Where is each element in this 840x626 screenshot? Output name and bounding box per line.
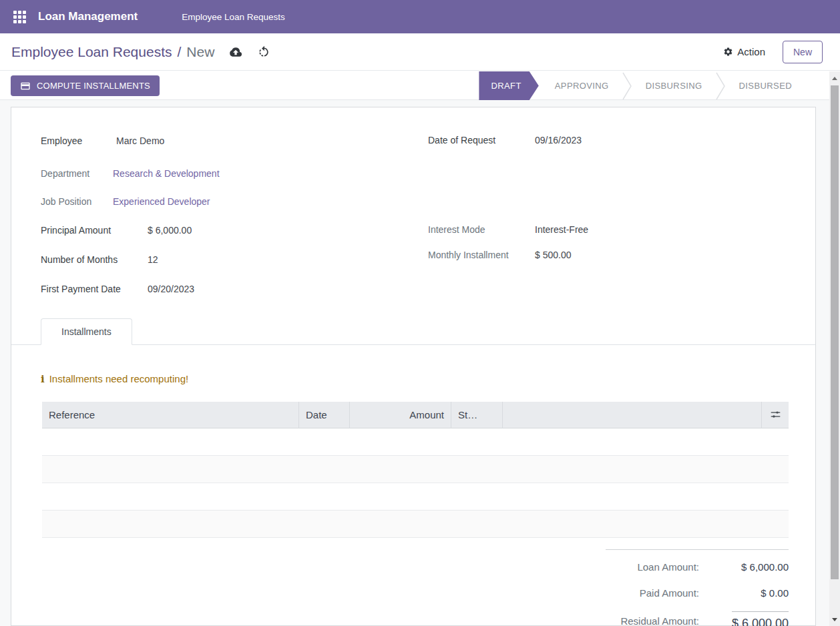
total-residual-amount: Residual Amount: $ 6,000.00 [606, 606, 789, 626]
statusbar: DRAFT APPROVING DISBURSING DISBURSED [479, 71, 805, 100]
field-employee-label: Employee [41, 135, 114, 146]
discard-undo-icon[interactable] [257, 45, 270, 59]
field-department-label: Department [41, 168, 114, 179]
field-monthly-installment-value: $ 500.00 [535, 250, 572, 260]
compute-installments-label: COMPUTE INSTALLMENTS [37, 81, 150, 91]
app-title[interactable]: Loan Management [38, 10, 138, 23]
scroll-up-arrow[interactable] [829, 73, 840, 83]
field-number-of-months: Number of Months 12 [41, 254, 158, 265]
save-cloud-upload-icon[interactable] [229, 45, 242, 59]
column-header-reference[interactable]: Reference [42, 402, 299, 428]
field-job-position-label: Job Position [41, 196, 114, 207]
field-principal-amount-label: Principal Amount [41, 225, 148, 236]
breadcrumb-current: New [186, 44, 214, 60]
field-number-of-months-input[interactable]: 12 [148, 254, 158, 265]
field-date-of-request-input[interactable]: 09/16/2023 [535, 135, 582, 145]
apps-grid-icon[interactable] [13, 11, 26, 23]
control-panel-right: Action New [723, 41, 823, 63]
breadcrumb: Employee Loan Requests / New [11, 44, 214, 60]
column-header-amount[interactable]: Amount [350, 402, 451, 428]
field-first-payment-date-label: First Payment Date [41, 284, 148, 294]
scrollbar-thumb[interactable] [831, 85, 839, 579]
gear-icon [723, 47, 733, 57]
field-monthly-installment: Monthly Installment $ 500.00 [428, 250, 572, 260]
field-employee-input[interactable]: Marc Demo [116, 135, 164, 146]
field-first-payment-date: First Payment Date 09/20/2023 [41, 284, 194, 294]
column-header-blank [503, 402, 761, 428]
field-interest-mode-label: Interest Mode [428, 224, 535, 235]
total-loan-amount: Loan Amount: $ 6,000.00 [606, 554, 789, 580]
empty-row [42, 428, 789, 456]
content-area: Employee Marc Demo Department Research &… [0, 100, 829, 626]
stage-disbursing[interactable]: DISBURSING [632, 81, 716, 91]
stage-approving[interactable]: APPROVING [542, 81, 622, 91]
nav-menu-employee-loan-requests[interactable]: Employee Loan Requests [182, 12, 285, 22]
breadcrumb-parent-link[interactable]: Employee Loan Requests [11, 44, 172, 60]
field-date-of-request-label: Date of Request [428, 135, 535, 145]
status-band: COMPUTE INSTALLMENTS DRAFT APPROVING DIS… [0, 71, 829, 100]
field-interest-mode: Interest Mode Interest-Free [428, 224, 588, 235]
field-employee: Employee Marc Demo [41, 135, 164, 146]
recompute-warning: i Installments need recomputing! [41, 373, 188, 385]
field-department: Department Research & Development [41, 168, 220, 179]
column-header-status[interactable]: St… [451, 402, 503, 428]
total-paid-amount: Paid Amount: $ 0.00 [606, 580, 789, 606]
total-loan-amount-value: $ 6,000.00 [699, 561, 789, 573]
sliders-icon [770, 409, 781, 420]
stage-chevron-icon [716, 72, 726, 100]
field-first-payment-date-input[interactable]: 09/20/2023 [148, 284, 194, 294]
totals-block: Loan Amount: $ 6,000.00 Paid Amount: $ 0… [606, 549, 789, 626]
empty-row [42, 456, 789, 483]
stage-disbursed[interactable]: DISBURSED [726, 81, 805, 91]
field-principal-amount: Principal Amount $ 6,000.00 [41, 225, 192, 236]
recompute-warning-text: Installments need recomputing! [49, 373, 188, 384]
field-department-link[interactable]: Research & Development [113, 168, 220, 179]
total-paid-amount-label: Paid Amount: [606, 587, 699, 599]
list-header: Reference Date Amount St… [42, 402, 789, 428]
notebook-tab-bar: Installments [11, 318, 815, 345]
field-principal-amount-input[interactable]: $ 6,000.00 [148, 225, 192, 236]
tab-installments[interactable]: Installments [41, 318, 132, 345]
total-loan-amount-label: Loan Amount: [606, 561, 699, 573]
stage-chevron-icon [622, 72, 632, 100]
stage-draft[interactable]: DRAFT [479, 71, 538, 100]
top-navbar: Loan Management Employee Loan Requests [0, 0, 840, 33]
vertical-scrollbar[interactable] [829, 71, 840, 626]
breadcrumb-separator: / [178, 44, 182, 60]
field-date-of-request: Date of Request 09/16/2023 [428, 135, 582, 145]
info-icon: i [41, 373, 45, 385]
field-job-position: Job Position Experienced Developer [41, 196, 210, 207]
form-sheet: Employee Marc Demo Department Research &… [11, 107, 816, 626]
empty-row [42, 483, 789, 511]
credit-card-icon [20, 81, 31, 91]
field-number-of-months-label: Number of Months [41, 254, 148, 265]
field-monthly-installment-label: Monthly Installment [428, 250, 535, 260]
action-menu-label: Action [737, 46, 765, 57]
total-paid-amount-value: $ 0.00 [699, 587, 789, 599]
optional-columns-button[interactable] [761, 402, 789, 428]
total-residual-amount-label: Residual Amount: [606, 615, 699, 626]
field-interest-mode-value: Interest-Free [535, 224, 588, 235]
scroll-down-arrow[interactable] [829, 614, 840, 625]
compute-installments-button[interactable]: COMPUTE INSTALLMENTS [11, 75, 160, 96]
column-header-date[interactable]: Date [299, 402, 350, 428]
installments-list: Reference Date Amount St… [42, 402, 789, 538]
field-job-position-link[interactable]: Experienced Developer [113, 196, 210, 207]
new-record-button[interactable]: New [783, 41, 823, 63]
action-menu-button[interactable]: Action [723, 46, 765, 57]
total-residual-amount-value: $ 6,000.00 [699, 611, 789, 626]
empty-row [42, 511, 789, 538]
list-body [42, 428, 789, 538]
control-panel: Employee Loan Requests / New Action New [0, 33, 840, 71]
